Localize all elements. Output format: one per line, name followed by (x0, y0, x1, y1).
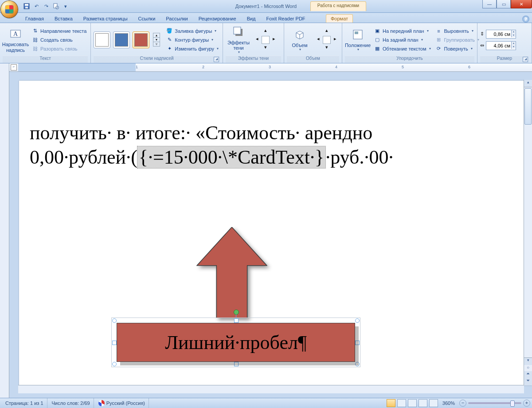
tab-format[interactable]: Формат (326, 14, 353, 23)
tab-selector[interactable]: ⌐ (11, 64, 17, 71)
page[interactable]: получить· в· итоге:· «Стоимость· арендно… (19, 81, 532, 385)
gallery-more-icon[interactable]: ▿ (153, 42, 160, 47)
tab-references[interactable]: Ссылки (133, 14, 160, 23)
gallery-up-icon[interactable]: ▴ (153, 33, 160, 38)
shadow-nudge-down[interactable]: ▾ (262, 44, 270, 52)
align-button[interactable]: ≡Выровнять (434, 27, 481, 35)
shadow-nudge-up[interactable]: ▴ (262, 27, 270, 35)
change-shape-button[interactable]: ✦Изменить фигуру (164, 45, 220, 53)
prev-page-icon[interactable]: ⏶ (524, 371, 532, 378)
fullscreen-view[interactable] (397, 399, 406, 407)
svg-rect-8 (234, 27, 241, 34)
document-body[interactable]: получить· в· итоге:· «Стоимость· арендно… (19, 81, 532, 169)
3d-effects-button[interactable]: Объем (287, 25, 313, 55)
3d-tilt-left[interactable]: ◂ (314, 36, 322, 44)
arrow-shape[interactable] (196, 227, 267, 318)
text-wrap-button[interactable]: ▦Обтекание текстом (372, 45, 432, 53)
zoom-level[interactable]: 360% (442, 400, 455, 406)
resize-handle-sw[interactable] (112, 362, 117, 366)
minimize-button[interactable]: — (482, 0, 497, 8)
styles-dialog-launcher[interactable]: ◢ (214, 57, 219, 62)
height-down[interactable]: ▾ (511, 34, 516, 37)
3d-tilt-right[interactable]: ▸ (331, 36, 339, 44)
text-direction-button[interactable]: ⇅Направление текста (30, 27, 88, 35)
resize-handle-se[interactable] (355, 362, 360, 366)
print-preview-icon[interactable] (52, 3, 59, 10)
qat-more-icon[interactable]: ▾ (62, 3, 69, 10)
maximize-button[interactable]: ▭ (497, 0, 511, 8)
style-swatch-3[interactable] (133, 31, 149, 48)
shadow-nudge-left[interactable]: ◂ (253, 36, 261, 44)
rotate-handle[interactable] (234, 310, 239, 315)
next-page-icon[interactable]: ⏷ (524, 378, 532, 385)
draw-textbox-button[interactable]: A Нарисовать надпись (3, 25, 28, 55)
resize-handle-s[interactable] (234, 362, 239, 366)
language-status[interactable]: Русский (Россия) (95, 398, 149, 408)
textbox-icon: A (8, 27, 23, 41)
tab-page-layout[interactable]: Разметка страницы (78, 14, 133, 23)
shadow-effects-button[interactable]: Эффекты тени (226, 25, 251, 55)
scroll-up-icon[interactable]: ▴ (524, 80, 532, 87)
tab-home[interactable]: Главная (20, 14, 49, 23)
outline-view[interactable] (419, 399, 427, 407)
3d-tilt-down[interactable]: ▾ (323, 44, 331, 52)
resize-handle-n[interactable] (234, 318, 239, 323)
width-down[interactable]: ▾ (511, 45, 516, 49)
textbox-shape[interactable]: Лишний·пробел¶ (114, 320, 358, 365)
shape-outline-button[interactable]: ✎Контур фигуры (164, 36, 220, 44)
zoom-in-button[interactable]: + (523, 400, 530, 407)
resize-handle-nw[interactable] (112, 318, 117, 323)
rotate-button[interactable]: ⟳Повернуть (434, 45, 481, 53)
resize-handle-w[interactable] (112, 341, 117, 345)
position-button[interactable]: Положение (345, 25, 371, 55)
resize-handle-ne[interactable] (355, 318, 360, 323)
tab-review[interactable]: Рецензирование (194, 14, 241, 23)
shadow-nudge-right[interactable]: ▸ (270, 36, 278, 44)
wrap-icon: ▦ (374, 45, 381, 52)
draft-view[interactable] (429, 399, 438, 407)
bring-front-button[interactable]: ▣На передний план (372, 27, 432, 35)
close-button[interactable]: ✕ (511, 0, 532, 8)
vertical-scrollbar[interactable]: ▴ ▾ ○ ⏶ ⏷ (524, 80, 532, 385)
scroll-down-icon[interactable]: ▾ (524, 357, 532, 365)
tab-view[interactable]: Вид (242, 14, 261, 23)
word-count-status[interactable]: Число слов: 2/69 (48, 398, 94, 408)
vertical-ruler[interactable] (0, 63, 9, 398)
height-up[interactable]: ▴ (511, 30, 516, 34)
undo-icon[interactable]: ↶ (33, 3, 40, 10)
gallery-down-icon[interactable]: ▾ (153, 38, 160, 42)
style-swatch-1[interactable] (94, 31, 110, 48)
group-label-styles: Стили надписей◢ (94, 55, 220, 63)
tab-foxit[interactable]: Foxit Reader PDF (262, 14, 310, 23)
break-link-button: ⛓Разорвать связь (30, 45, 88, 53)
page-number-status[interactable]: Страница: 1 из 1 (2, 398, 47, 408)
field-code[interactable]: {·=15·000·\*CardText·} (137, 146, 325, 168)
textbox-content[interactable]: Лишний·пробел¶ (117, 323, 355, 362)
3d-toggle[interactable] (323, 36, 331, 44)
3d-tilt-up[interactable]: ▴ (323, 27, 331, 35)
web-view[interactable] (408, 399, 417, 407)
help-icon[interactable]: ? (522, 16, 529, 23)
shadow-toggle[interactable] (262, 36, 270, 44)
horizontal-ruler[interactable]: ⌐ 1234567 (9, 63, 532, 72)
save-icon[interactable] (23, 3, 30, 10)
group-label-size: Размер◢ (480, 55, 529, 63)
redo-icon[interactable]: ↷ (43, 3, 50, 10)
office-button[interactable] (1, 1, 18, 18)
zoom-slider[interactable] (468, 402, 521, 404)
text-direction-icon: ⇅ (31, 27, 39, 35)
tab-mailings[interactable]: Рассылки (161, 14, 192, 23)
resize-handle-e[interactable] (355, 341, 360, 345)
create-link-button[interactable]: ⛓Создать связь (30, 36, 88, 44)
horizontal-scrollbar[interactable] (18, 385, 524, 393)
scroll-thumb[interactable] (524, 88, 532, 125)
zoom-out-button[interactable]: − (459, 400, 466, 407)
ruler-tick: 5 (402, 65, 404, 69)
style-swatch-2[interactable] (113, 31, 130, 48)
shape-fill-button[interactable]: 🪣Заливка фигуры (164, 27, 220, 35)
width-up[interactable]: ▴ (511, 42, 516, 45)
print-layout-view[interactable] (387, 399, 395, 407)
send-back-button[interactable]: ▢На задний план (372, 36, 432, 44)
size-dialog-launcher[interactable]: ◢ (523, 57, 528, 62)
tab-insert[interactable]: Вставка (50, 14, 78, 23)
